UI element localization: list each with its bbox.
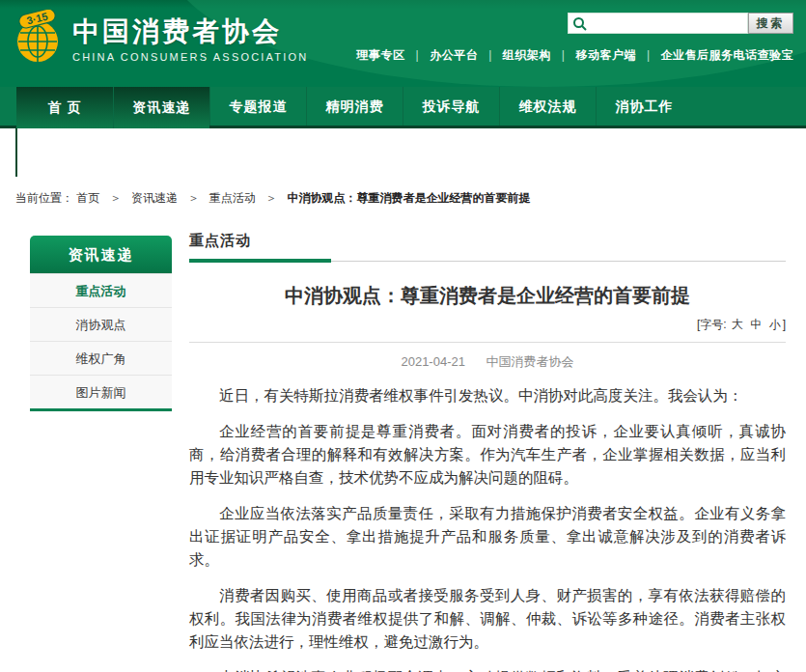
header-quick-links: 理事专区|办公平台|组织架构|移动客户端|企业售后服务电话查验宝: [357, 47, 794, 64]
link-council-zone[interactable]: 理事专区: [357, 48, 405, 62]
article-paragraph: 消费者因购买、使用商品或者接受服务受到人身、财产损害的，享有依法获得赔偿的权利。…: [189, 584, 786, 654]
site-header: 3·15 中国消费者协会 CHINA CONSUMERS ASSOCIATION…: [0, 0, 806, 87]
sidebar-title: 资讯速递: [30, 236, 172, 273]
section-underline-decoration: [189, 259, 331, 263]
brand-block: 中国消费者协会 CHINA CONSUMERS ASSOCIATION: [72, 8, 308, 63]
article-paragraph: 中消协希望涉事企业积极配合调查，主动提供数据和资料，妥善处理消费纠纷，切实保护消…: [189, 666, 786, 672]
nav-tab-special-report[interactable]: 专题报道: [209, 87, 306, 126]
link-separator: |: [647, 48, 651, 62]
link-separator: |: [562, 48, 566, 62]
breadcrumb-home[interactable]: 首页: [76, 191, 99, 205]
article-source: 中国消费者协会: [486, 354, 574, 369]
article-paragraph: 近日，有关特斯拉消费者维权事件引发热议。中消协对此高度关注。我会认为：: [189, 384, 786, 407]
sidebar-item-photo-news[interactable]: 图片新闻: [30, 375, 172, 408]
breadcrumb-separator: ＞: [187, 191, 199, 205]
font-size-suffix: ]: [783, 318, 786, 331]
font-size-control: [字号: 大 中 小]: [189, 317, 786, 333]
nav-tab-home[interactable]: 首 页: [16, 87, 113, 128]
article-title: 中消协观点：尊重消费者是企业经营的首要前提: [189, 283, 786, 309]
breadcrumb-label: 当前位置：: [15, 191, 73, 205]
font-size-large[interactable]: 大: [732, 318, 743, 331]
article-date: 2021-04-21: [401, 354, 465, 369]
home-logo-link[interactable]: 3·15 中国消费者协会 CHINA CONSUMERS ASSOCIATION: [13, 8, 331, 79]
section-head: 重点活动: [189, 232, 786, 262]
link-separator: |: [488, 48, 492, 62]
title-divider: [189, 342, 786, 343]
search-button[interactable]: 搜索: [748, 13, 793, 34]
article-body: 近日，有关特斯拉消费者维权事件引发热议。中消协对此高度关注。我会认为： 企业经营…: [189, 384, 786, 672]
breadcrumb-separator: ＞: [265, 191, 277, 205]
breadcrumb-separator: ＞: [110, 191, 122, 205]
article-panel: 重点活动 中消协观点：尊重消费者是企业经营的首要前提 [字号: 大 中 小] 2…: [189, 232, 786, 672]
link-office-platform[interactable]: 办公平台: [430, 48, 478, 62]
search-input[interactable]: [592, 14, 746, 33]
link-separator: |: [416, 48, 420, 62]
link-mobile-client[interactable]: 移动客户端: [575, 48, 636, 62]
link-aftersale-phone-check[interactable]: 企业售后服务电话查验宝: [661, 48, 794, 62]
nav-tab-complaint-guide[interactable]: 投诉导航: [403, 87, 499, 126]
page: 3·15 中国消费者协会 CHINA CONSUMERS ASSOCIATION…: [0, 0, 806, 672]
breadcrumb-current-page: 中消协观点：尊重消费者是企业经营的首要前提: [287, 191, 530, 205]
main-nav: 首 页 资讯速递 专题报道 精明消费 投诉导航 维权法规 消协工作: [0, 87, 806, 128]
nav-tab-association-work[interactable]: 消协工作: [596, 87, 692, 126]
site-subtitle: CHINA CONSUMERS ASSOCIATION: [72, 51, 308, 63]
cca-315-logo-icon: 3·15: [13, 8, 63, 70]
sidebar-item-key-activities[interactable]: 重点活动: [30, 273, 172, 307]
sidebar-item-rights-wide-angle[interactable]: 维权广角: [30, 341, 172, 375]
site-title: 中国消费者协会: [72, 15, 308, 48]
search-input-wrap: [568, 13, 748, 34]
font-size-medium[interactable]: 中: [750, 318, 762, 331]
link-org-structure[interactable]: 组织架构: [503, 48, 551, 62]
breadcrumb: 当前位置： 首页 ＞ 资讯速递 ＞ 重点活动 ＞ 中消协观点：尊重消费者是企业经…: [15, 190, 530, 207]
sidebar-news-menu: 资讯速递 重点活动 消协观点 维权广角 图片新闻: [30, 236, 172, 411]
section-title: 重点活动: [189, 232, 251, 248]
search-bar: 搜索: [568, 13, 793, 34]
font-size-small[interactable]: 小: [769, 318, 781, 331]
sidebar-item-association-views[interactable]: 消协观点: [30, 307, 172, 341]
nav-tab-smart-consume[interactable]: 精明消费: [306, 87, 403, 126]
breadcrumb-key-activities[interactable]: 重点活动: [209, 191, 256, 205]
article-paragraph: 企业经营的首要前提是尊重消费者。面对消费者的投诉，企业要认真倾听，真诚协商，给消…: [189, 420, 786, 490]
breadcrumb-news[interactable]: 资讯速递: [131, 191, 178, 205]
nav-left-tick-decoration: [15, 128, 17, 177]
font-size-prefix: [字号:: [697, 318, 727, 331]
nav-tab-news[interactable]: 资讯速递: [113, 87, 209, 128]
article-meta: 2021-04-21 中国消费者协会: [189, 353, 786, 371]
search-icon: [572, 16, 588, 32]
nav-tab-rights-law[interactable]: 维权法规: [499, 87, 596, 126]
article-paragraph: 企业应当依法落实产品质量责任，采取有力措施保护消费者安全权益。企业有义务拿出证据…: [189, 502, 786, 572]
